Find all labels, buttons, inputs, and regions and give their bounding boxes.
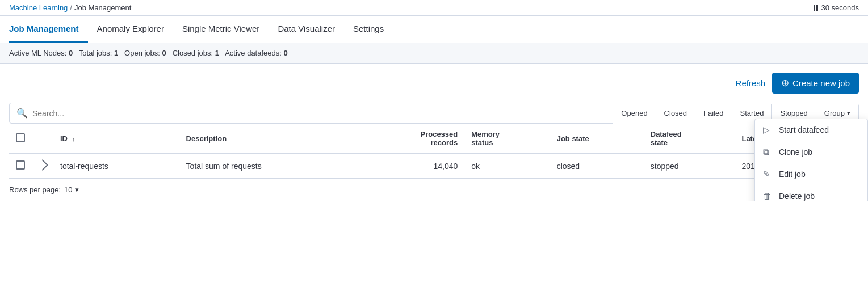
select-all-checkbox[interactable] [16,133,25,142]
tab-data-visualizer[interactable]: Data Visualizer [269,16,344,43]
edit-icon: ✎ [763,169,773,179]
group-label: Group [824,109,845,117]
cell-job-state: closed [550,153,644,179]
context-menu-start-datafeed[interactable]: ▷ Start datafeed [755,119,867,141]
table-row: total-requests Total sum of requests 14,… [9,153,859,179]
breadcrumb-current: Job Management [74,3,131,12]
timer-label: 30 seconds [821,3,859,12]
breadcrumb-separator: / [70,3,72,12]
cell-id: total-requests [53,153,179,179]
nav-tabs: Job Management Anomaly Explorer Single M… [0,16,868,43]
action-bar: Refresh ⊕ Create new job [0,64,868,103]
cell-processed-records: 14,040 [360,153,464,179]
rows-per-page-value: 10 [64,185,72,194]
row-checkbox[interactable] [16,160,25,170]
trash-icon: 🗑 [763,191,773,201]
rows-per-page-label: Rows per page: [9,185,61,194]
sort-asc-icon: ↑ [72,136,76,142]
tab-single-metric-viewer[interactable]: Single Metric Viewer [173,16,269,43]
search-box: 🔍 [9,103,613,124]
th-memory-status: Memorystatus [464,124,550,153]
breadcrumb-ml-link[interactable]: Machine Learning [9,3,68,12]
cell-description: Total sum of requests [179,153,361,179]
context-menu: ▷ Start datafeed ⧉ Clone job ✎ Edit job … [754,119,868,201]
refresh-timer[interactable]: 30 seconds [814,3,859,12]
tab-anomaly-explorer[interactable]: Anomaly Explorer [88,16,173,43]
chevron-down-icon: ▾ [847,109,850,117]
table-wrapper: ID ↑ Description Processedrecords Memory… [0,124,868,179]
th-id[interactable]: ID ↑ [53,124,179,153]
filter-opened[interactable]: Opened [613,104,655,122]
pause-icon[interactable] [814,5,818,11]
breadcrumb: Machine Learning / Job Management [9,3,131,12]
edit-job-label: Edit job [779,170,806,179]
play-icon: ▷ [763,125,773,135]
table-footer: Rows per page: 10 ▾ [0,179,868,201]
start-datafeed-label: Start datafeed [779,125,829,134]
context-menu-delete-job[interactable]: 🗑 Delete job [755,185,867,201]
search-input[interactable] [32,109,606,118]
refresh-button[interactable]: Refresh [736,78,766,88]
create-job-label: Create new job [792,78,850,88]
tab-settings[interactable]: Settings [344,16,393,43]
context-menu-clone-job[interactable]: ⧉ Clone job [755,141,867,163]
filter-closed[interactable]: Closed [656,104,695,122]
th-job-state: Job state [550,124,644,153]
context-menu-edit-job[interactable]: ✎ Edit job [755,163,867,185]
clone-job-label: Clone job [779,147,812,157]
th-description: Description [179,124,361,153]
search-icon: 🔍 [16,108,28,119]
cell-datafeed-state: stopped [644,153,735,179]
delete-job-label: Delete job [779,192,815,201]
filter-failed[interactable]: Failed [695,104,731,122]
search-filter-bar: 🔍 Opened Closed Failed Started Stopped G… [0,103,868,124]
rows-per-page-chevron: ▾ [75,185,79,194]
th-processed-records: Processedrecords [360,124,464,153]
expand-row-icon[interactable] [37,159,48,171]
cell-memory-status: ok [464,153,550,179]
top-bar: Machine Learning / Job Management 30 sec… [0,0,868,16]
rows-per-page-select[interactable]: 10 ▾ [64,185,78,194]
create-new-job-button[interactable]: ⊕ Create new job [772,73,859,94]
tab-job-management[interactable]: Job Management [9,16,88,43]
jobs-table: ID ↑ Description Processedrecords Memory… [9,124,859,179]
status-bar: Active ML Nodes: 0 Total jobs: 1 Open jo… [0,43,868,64]
copy-icon: ⧉ [763,147,773,157]
th-datafeed-state: Datafeedstate [644,124,735,153]
plus-icon: ⊕ [781,77,789,89]
